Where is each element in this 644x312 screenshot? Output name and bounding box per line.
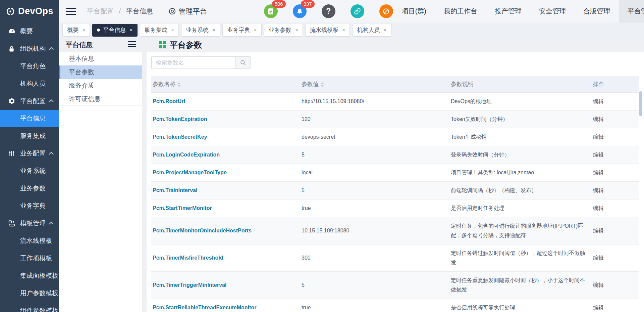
tab-business-system[interactable]: 业务系统× bbox=[181, 24, 220, 37]
close-tab-icon[interactable]: × bbox=[295, 27, 298, 33]
sidebar-item-business-config[interactable]: 业务配置 bbox=[0, 145, 59, 162]
tab-platform-info[interactable]: 平台信息× bbox=[92, 24, 137, 37]
nav-item-platform[interactable]: 平台管理 bbox=[619, 0, 644, 23]
nav-item-security[interactable]: 安全管理 bbox=[530, 0, 575, 23]
tab-pipeline-template[interactable]: 流水线模板× bbox=[305, 24, 350, 37]
parameter-table: 参数名称参数值参数说明操作 Pcm.RootUrlhttp://10.15.15… bbox=[151, 76, 639, 312]
param-value-cell: 300 bbox=[300, 244, 449, 272]
param-value-cell: true bbox=[300, 199, 449, 217]
sort-icon[interactable] bbox=[321, 82, 324, 87]
sidebar-item-platform-role[interactable]: 平台角色 bbox=[0, 57, 59, 75]
bell-icon[interactable]: 337 bbox=[293, 4, 307, 18]
edit-link[interactable]: 编辑 bbox=[593, 255, 604, 261]
edit-link[interactable]: 编辑 bbox=[593, 205, 604, 211]
param-name-link[interactable]: Pcm.TrainInterval bbox=[151, 182, 300, 199]
sidebar-item-overview[interactable]: 概要 bbox=[0, 23, 59, 40]
tab-label: 业务系统 bbox=[186, 26, 209, 34]
close-tab-icon[interactable]: × bbox=[171, 27, 174, 33]
tab-label: 概要 bbox=[67, 26, 78, 34]
search-input[interactable] bbox=[151, 56, 235, 69]
sidebar-item-organization[interactable]: 组织机构 bbox=[0, 40, 59, 57]
tab-service-integration[interactable]: 服务集成× bbox=[140, 24, 179, 37]
edit-link[interactable]: 编辑 bbox=[593, 228, 604, 233]
sidebar-item-pipeline-template[interactable]: 流水线模板 bbox=[0, 232, 59, 250]
sidebar-item-platform-config[interactable]: 平台配置 bbox=[0, 92, 59, 110]
param-name-link[interactable]: Pcm.StartReliableThreadExecuteMonitor bbox=[151, 299, 300, 312]
edit-link[interactable]: 编辑 bbox=[593, 152, 604, 158]
edit-link[interactable]: 编辑 bbox=[593, 98, 604, 104]
close-tab-icon[interactable]: × bbox=[342, 27, 345, 33]
sidebar-item-platform-info[interactable]: 平台信息 bbox=[0, 110, 59, 127]
breadcrumb: 平台配置 / 平台信息 bbox=[87, 7, 153, 16]
submenu-item-license-info[interactable]: 许可证信息 bbox=[59, 92, 142, 106]
param-name-link[interactable]: Pcm.RootUrl bbox=[151, 93, 300, 110]
param-name-link[interactable]: Pcm.StartTimerMonitor bbox=[151, 199, 300, 217]
submenu-item-service-media[interactable]: 服务介质 bbox=[59, 79, 142, 92]
sidebar-item-business-system[interactable]: 业务系统 bbox=[0, 162, 59, 180]
edit-link[interactable]: 编辑 bbox=[593, 282, 604, 288]
chevron-up-icon bbox=[49, 99, 54, 104]
param-name-link[interactable]: Pcm.TimerMonitorOnIncludeHostPorts bbox=[151, 217, 300, 244]
sidebar-item-org-members[interactable]: 机构人员 bbox=[0, 75, 59, 92]
nav-item-projects[interactable]: 项目(群) bbox=[393, 0, 435, 23]
link-icon[interactable] bbox=[351, 4, 364, 18]
submenu-collapse-icon[interactable] bbox=[128, 41, 136, 48]
param-value-cell: http://10.15.15.109:18080/ bbox=[300, 93, 449, 110]
tab-business-param[interactable]: 业务参数× bbox=[264, 24, 303, 37]
param-name-link[interactable]: Pcm.TimerMisfireThreshold bbox=[151, 244, 300, 272]
sidebar-item-business-dict[interactable]: 业务字典 bbox=[0, 197, 59, 215]
close-tab-icon[interactable]: × bbox=[82, 27, 85, 33]
vertical-scrollbar[interactable] bbox=[639, 91, 642, 116]
param-value-cell: 120 bbox=[300, 110, 449, 128]
sidebar-item-workitem-template[interactable]: 工作项模板 bbox=[0, 250, 59, 267]
tab-label: 机构人员 bbox=[357, 26, 380, 34]
column-header-name[interactable]: 参数名称 bbox=[151, 76, 300, 93]
nav-item-workbench[interactable]: 我的工作台 bbox=[435, 0, 486, 23]
grid-icon bbox=[159, 41, 166, 48]
param-name-link[interactable]: Pcm.TokenExpiration bbox=[151, 110, 300, 128]
sidebar-item-label: 集成面板模板 bbox=[20, 271, 58, 280]
close-tab-icon[interactable]: × bbox=[254, 27, 257, 33]
nav-item-merge[interactable]: 合版管理 bbox=[575, 0, 619, 23]
nav-item-production[interactable]: 投产管理 bbox=[486, 0, 530, 23]
param-name-link[interactable]: Pcm.TimerTriggerMinInterval bbox=[151, 272, 300, 299]
search-button[interactable] bbox=[235, 56, 251, 69]
breadcrumb-section[interactable]: 平台配置 bbox=[87, 7, 114, 15]
param-actions-cell: 编辑 bbox=[592, 110, 639, 128]
column-header-value[interactable]: 参数值 bbox=[300, 76, 449, 93]
sidebar-item-business-param[interactable]: 业务参数 bbox=[0, 180, 59, 197]
sidebar-item-userparam-template[interactable]: 用户参数模板 bbox=[0, 284, 59, 302]
sidebar-item-compparam-template[interactable]: 组件参数模板 bbox=[0, 302, 59, 312]
tab-label: 服务集成 bbox=[145, 26, 167, 34]
tab-business-dict[interactable]: 业务字典× bbox=[222, 24, 261, 37]
submenu-item-basic-info[interactable]: 基本信息 bbox=[59, 52, 142, 65]
help-icon[interactable]: ? bbox=[322, 4, 335, 18]
param-name-link[interactable]: Pcm.TokenSecretKey bbox=[151, 128, 300, 146]
close-tab-icon[interactable]: × bbox=[212, 27, 215, 33]
sidebar-item-service-integration[interactable]: 服务集成 bbox=[0, 127, 59, 145]
edit-link[interactable]: 编辑 bbox=[593, 187, 604, 193]
manage-platform-link[interactable]: 管理平台 bbox=[168, 7, 207, 16]
param-desc-cell: Token失效时间（分钟） bbox=[449, 110, 592, 128]
app-logo[interactable]: DevOps bbox=[0, 0, 59, 23]
edit-link[interactable]: 编辑 bbox=[593, 116, 604, 122]
param-actions-cell: 编辑 bbox=[592, 164, 639, 182]
close-tab-icon[interactable]: × bbox=[383, 27, 386, 33]
edit-link[interactable]: 编辑 bbox=[593, 170, 604, 175]
param-name-link[interactable]: Pcm.LoginCodeExpiration bbox=[151, 146, 300, 164]
top-header-bar: DevOps 平台配置 / 平台信息 管理平台 506337? 项目(群)我的工… bbox=[0, 0, 644, 23]
param-name-link[interactable]: Pcm.ProjectManageToolType bbox=[151, 164, 300, 182]
submenu-item-platform-param[interactable]: 平台参数 bbox=[59, 65, 142, 79]
sidebar-item-panel-template[interactable]: 集成面板模板 bbox=[0, 267, 59, 284]
tab-org-members[interactable]: 机构人员× bbox=[352, 24, 391, 37]
document-icon[interactable]: 506 bbox=[264, 4, 278, 18]
tab-overview[interactable]: 概要× bbox=[62, 24, 90, 37]
sidebar-item-template-manage[interactable]: 模板管理 bbox=[0, 215, 59, 232]
edit-link[interactable]: 编辑 bbox=[593, 134, 604, 140]
block-icon[interactable] bbox=[379, 4, 393, 18]
dashboard-icon bbox=[8, 28, 16, 35]
collapse-menu-icon[interactable] bbox=[66, 8, 76, 15]
edit-link[interactable]: 编辑 bbox=[593, 305, 604, 310]
close-tab-icon[interactable]: × bbox=[129, 27, 132, 33]
sort-icon[interactable] bbox=[177, 82, 181, 87]
